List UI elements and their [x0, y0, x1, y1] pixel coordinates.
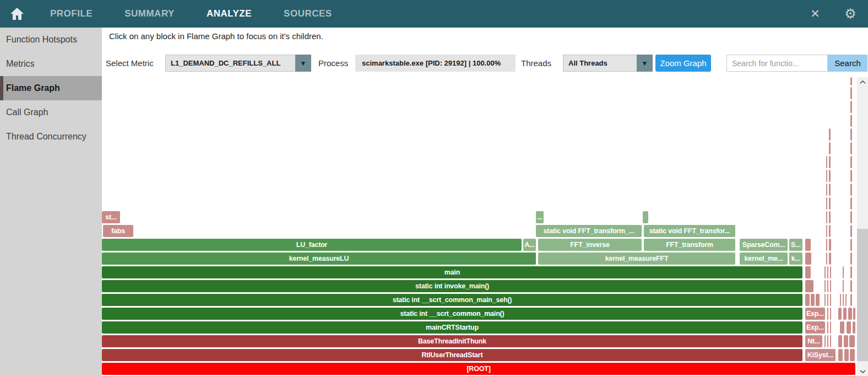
- flame-block[interactable]: [853, 308, 855, 320]
- flame-block[interactable]: Exp...: [805, 321, 825, 334]
- flame-block[interactable]: st...: [102, 211, 120, 223]
- flame-block[interactable]: [643, 211, 648, 223]
- flame-block[interactable]: [826, 253, 827, 265]
- threads-select[interactable]: All Threads ▼: [563, 55, 653, 72]
- flame-block[interactable]: [830, 308, 831, 320]
- flame-block[interactable]: [829, 128, 831, 141]
- flame-block[interactable]: [829, 184, 831, 196]
- flame-block[interactable]: [850, 294, 852, 306]
- flame-block[interactable]: [845, 294, 847, 306]
- scroll-up-icon[interactable]: [857, 77, 868, 87]
- flame-block[interactable]: [844, 349, 849, 361]
- search-input[interactable]: [726, 55, 828, 72]
- flame-block[interactable]: [824, 335, 826, 347]
- flame-block[interactable]: [850, 142, 852, 154]
- flame-block[interactable]: [826, 184, 827, 196]
- scroll-down-icon[interactable]: [857, 367, 868, 376]
- flame-block[interactable]: [827, 280, 828, 292]
- flame-block[interactable]: [838, 349, 843, 361]
- flame-block[interactable]: static int __scrt_common_main(): [102, 308, 802, 320]
- flame-block[interactable]: [850, 266, 852, 278]
- flame-block[interactable]: [826, 211, 827, 223]
- flame-block[interactable]: [850, 253, 852, 265]
- flame-block[interactable]: [843, 294, 844, 306]
- flame-block[interactable]: k...: [789, 253, 802, 265]
- flame-block[interactable]: [805, 253, 811, 265]
- flame-block[interactable]: [829, 211, 831, 223]
- flame-scrollbar[interactable]: [857, 77, 868, 376]
- flame-block[interactable]: [826, 225, 827, 237]
- flame-block[interactable]: [826, 239, 827, 251]
- flame-block[interactable]: ...: [536, 211, 544, 223]
- flame-block[interactable]: [850, 349, 855, 361]
- flame-block[interactable]: [843, 266, 844, 278]
- flame-block[interactable]: [824, 280, 826, 292]
- flame-block[interactable]: [826, 197, 827, 210]
- flame-block[interactable]: [850, 170, 852, 182]
- flame-block[interactable]: [840, 294, 841, 306]
- flame-block[interactable]: [ROOT]: [102, 363, 855, 375]
- flame-block[interactable]: [824, 294, 826, 306]
- flame-block[interactable]: [827, 335, 828, 347]
- flame-block[interactable]: [850, 211, 852, 223]
- flame-block[interactable]: kernel_measureLU: [102, 253, 536, 265]
- flame-block[interactable]: [843, 280, 844, 292]
- flame-block[interactable]: [850, 239, 852, 251]
- flame-block[interactable]: S...: [789, 239, 802, 251]
- sidebar-item-call-graph[interactable]: Call Graph: [0, 100, 102, 125]
- flame-block[interactable]: fabs: [103, 225, 133, 237]
- flame-block[interactable]: [850, 77, 852, 85]
- metric-select[interactable]: L1_DEMAND_DC_REFILLS_ALL ▼: [165, 55, 311, 72]
- tab-sources[interactable]: SOURCES: [268, 0, 348, 28]
- home-button[interactable]: [0, 8, 34, 20]
- flame-block[interactable]: [827, 266, 828, 278]
- flame-block[interactable]: [827, 308, 828, 320]
- search-button[interactable]: Search: [828, 55, 867, 72]
- flame-block[interactable]: BaseThreadInitThunk: [102, 335, 802, 347]
- gear-icon[interactable]: ⚙: [833, 6, 868, 22]
- flame-block[interactable]: [829, 142, 831, 154]
- flame-block[interactable]: [816, 294, 820, 306]
- flame-block[interactable]: [840, 321, 844, 334]
- flame-block[interactable]: static int invoke_main(): [102, 280, 802, 292]
- flame-block[interactable]: kernel_me...: [740, 253, 788, 265]
- flame-block[interactable]: [850, 197, 852, 210]
- flame-block[interactable]: [805, 294, 810, 306]
- flame-block[interactable]: [829, 156, 831, 168]
- sidebar-item-thread-concurrency[interactable]: Thread Concurrency: [0, 125, 102, 149]
- flame-block[interactable]: [829, 239, 831, 251]
- flame-block[interactable]: static int __scrt_common_main_seh(): [102, 294, 802, 306]
- flame-block[interactable]: [850, 128, 852, 141]
- flame-block[interactable]: [829, 197, 831, 210]
- flame-block[interactable]: Nt...: [805, 335, 822, 347]
- flame-block[interactable]: [844, 335, 848, 347]
- flame-block[interactable]: [838, 308, 842, 320]
- close-icon[interactable]: ✕: [798, 7, 833, 20]
- flame-block[interactable]: [805, 266, 811, 278]
- tab-analyze[interactable]: ANALYZE: [191, 0, 268, 28]
- flame-block[interactable]: [811, 294, 815, 306]
- flame-block[interactable]: RtlUserThreadStart: [102, 349, 802, 361]
- flame-block[interactable]: [827, 321, 828, 334]
- flame-block[interactable]: [850, 115, 852, 127]
- flame-block[interactable]: [850, 87, 852, 99]
- flame-block[interactable]: [830, 335, 831, 347]
- flame-block[interactable]: [849, 335, 855, 347]
- flame-block[interactable]: [829, 225, 831, 237]
- flame-block[interactable]: mainCRTStartup: [102, 321, 802, 334]
- flame-block[interactable]: [830, 294, 831, 306]
- flame-block[interactable]: [850, 225, 852, 237]
- flame-block[interactable]: Exp...: [805, 308, 825, 320]
- sidebar-item-flame-graph[interactable]: Flame Graph: [0, 76, 102, 100]
- flame-block[interactable]: [850, 156, 852, 168]
- flame-block[interactable]: [830, 321, 831, 334]
- flame-block[interactable]: static void FFT_transfor...: [644, 225, 735, 237]
- flame-block[interactable]: KiSyst...: [805, 349, 836, 361]
- zoom-graph-button[interactable]: Zoom Graph: [655, 55, 711, 72]
- flame-block[interactable]: [847, 321, 851, 334]
- flame-block[interactable]: [848, 308, 852, 320]
- flame-block[interactable]: [838, 335, 842, 347]
- tab-profile[interactable]: PROFILE: [34, 0, 109, 28]
- flame-block[interactable]: main: [102, 266, 802, 278]
- flame-block[interactable]: SparseCom...: [740, 239, 788, 251]
